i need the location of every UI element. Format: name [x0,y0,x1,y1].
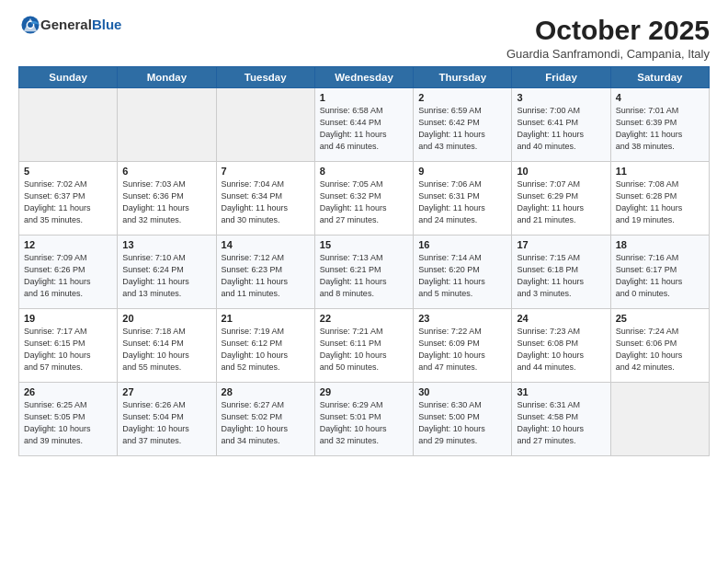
calendar-week-row: 5Sunrise: 7:02 AM Sunset: 6:37 PM Daylig… [19,162,710,236]
calendar-cell: 12Sunrise: 7:09 AM Sunset: 6:26 PM Dayli… [19,236,118,309]
calendar-cell: 10Sunrise: 7:07 AM Sunset: 6:29 PM Dayli… [512,162,610,236]
cell-info: Sunrise: 7:08 AM Sunset: 6:28 PM Dayligh… [616,178,704,226]
calendar-cell: 28Sunrise: 6:27 AM Sunset: 5:02 PM Dayli… [216,383,314,456]
calendar-cell: 8Sunrise: 7:05 AM Sunset: 6:32 PM Daylig… [314,162,413,236]
calendar-cell: 24Sunrise: 7:23 AM Sunset: 6:08 PM Dayli… [512,309,610,383]
cell-info: Sunrise: 7:17 AM Sunset: 6:15 PM Dayligh… [24,326,112,373]
cell-info: Sunrise: 6:27 AM Sunset: 5:02 PM Dayligh… [222,399,310,447]
weekday-header-thursday: Thursday [414,67,512,88]
location-subtitle: Guardia Sanframondi, Campania, Italy [506,47,710,61]
day-number: 25 [616,313,704,324]
day-number: 28 [222,386,310,397]
day-number: 19 [24,313,112,324]
day-number: 18 [616,239,704,250]
title-block: October 2025 Guardia Sanframondi, Campan… [506,15,710,61]
cell-info: Sunrise: 7:03 AM Sunset: 6:36 PM Dayligh… [122,178,210,226]
calendar-cell: 16Sunrise: 7:14 AM Sunset: 6:20 PM Dayli… [414,236,512,309]
calendar-cell: 31Sunrise: 6:31 AM Sunset: 4:58 PM Dayli… [512,383,610,456]
cell-info: Sunrise: 7:12 AM Sunset: 6:23 PM Dayligh… [222,252,310,300]
calendar-cell: 13Sunrise: 7:10 AM Sunset: 6:24 PM Dayli… [118,236,216,309]
day-number: 4 [616,92,704,103]
page: GeneralBlue October 2025 Guardia Sanfram… [0,0,728,563]
cell-info: Sunrise: 7:00 AM Sunset: 6:41 PM Dayligh… [517,105,605,153]
calendar-cell: 7Sunrise: 7:04 AM Sunset: 6:34 PM Daylig… [216,162,314,236]
calendar-cell: 3Sunrise: 7:00 AM Sunset: 6:41 PM Daylig… [512,88,610,162]
weekday-header-saturday: Saturday [610,67,709,88]
day-number: 13 [122,239,210,250]
day-number: 7 [222,166,310,177]
cell-info: Sunrise: 6:58 AM Sunset: 6:44 PM Dayligh… [320,105,408,153]
calendar-cell: 19Sunrise: 7:17 AM Sunset: 6:15 PM Dayli… [19,309,118,383]
weekday-header-wednesday: Wednesday [314,67,413,88]
calendar-week-row: 1Sunrise: 6:58 AM Sunset: 6:44 PM Daylig… [19,88,710,162]
calendar-cell: 11Sunrise: 7:08 AM Sunset: 6:28 PM Dayli… [610,162,709,236]
calendar-cell: 5Sunrise: 7:02 AM Sunset: 6:37 PM Daylig… [19,162,118,236]
day-number: 6 [122,166,210,177]
cell-info: Sunrise: 6:59 AM Sunset: 6:42 PM Dayligh… [418,105,506,153]
day-number: 3 [517,92,605,103]
cell-info: Sunrise: 7:15 AM Sunset: 6:18 PM Dayligh… [517,252,605,300]
calendar-week-row: 12Sunrise: 7:09 AM Sunset: 6:26 PM Dayli… [19,236,710,309]
calendar-cell: 21Sunrise: 7:19 AM Sunset: 6:12 PM Dayli… [216,309,314,383]
weekday-header-row: SundayMondayTuesdayWednesdayThursdayFrid… [19,67,710,88]
calendar-cell: 23Sunrise: 7:22 AM Sunset: 6:09 PM Dayli… [414,309,512,383]
calendar-table: SundayMondayTuesdayWednesdayThursdayFrid… [18,66,710,456]
day-number: 20 [122,313,210,324]
day-number: 14 [222,239,310,250]
calendar-cell: 17Sunrise: 7:15 AM Sunset: 6:18 PM Dayli… [512,236,610,309]
cell-info: Sunrise: 7:18 AM Sunset: 6:14 PM Dayligh… [122,326,210,373]
cell-info: Sunrise: 7:14 AM Sunset: 6:20 PM Dayligh… [418,252,506,300]
header: GeneralBlue October 2025 Guardia Sanfram… [18,15,710,61]
day-number: 27 [122,386,210,397]
day-number: 15 [320,239,408,250]
logo-icon [20,15,40,35]
calendar-cell: 18Sunrise: 7:16 AM Sunset: 6:17 PM Dayli… [610,236,709,309]
logo-blue-text: Blue [92,17,122,32]
day-number: 24 [517,313,605,324]
cell-info: Sunrise: 7:07 AM Sunset: 6:29 PM Dayligh… [517,178,605,226]
cell-info: Sunrise: 7:10 AM Sunset: 6:24 PM Dayligh… [122,252,210,300]
weekday-header-tuesday: Tuesday [216,67,314,88]
calendar-cell: 9Sunrise: 7:06 AM Sunset: 6:31 PM Daylig… [414,162,512,236]
day-number: 10 [517,166,605,177]
calendar-cell: 14Sunrise: 7:12 AM Sunset: 6:23 PM Dayli… [216,236,314,309]
day-number: 12 [24,239,112,250]
day-number: 30 [418,386,506,397]
calendar-cell: 15Sunrise: 7:13 AM Sunset: 6:21 PM Dayli… [314,236,413,309]
calendar-cell: 22Sunrise: 7:21 AM Sunset: 6:11 PM Dayli… [314,309,413,383]
cell-info: Sunrise: 7:05 AM Sunset: 6:32 PM Dayligh… [320,178,408,226]
calendar-cell: 1Sunrise: 6:58 AM Sunset: 6:44 PM Daylig… [314,88,413,162]
cell-info: Sunrise: 6:29 AM Sunset: 5:01 PM Dayligh… [320,399,408,447]
cell-info: Sunrise: 6:26 AM Sunset: 5:04 PM Dayligh… [122,399,210,447]
cell-info: Sunrise: 7:02 AM Sunset: 6:37 PM Dayligh… [24,178,112,226]
calendar-cell [610,383,709,456]
day-number: 29 [320,386,408,397]
calendar-cell [216,88,314,162]
day-number: 1 [320,92,408,103]
cell-info: Sunrise: 7:19 AM Sunset: 6:12 PM Dayligh… [222,326,310,373]
logo-general-text: General [40,17,92,32]
cell-info: Sunrise: 7:24 AM Sunset: 6:06 PM Dayligh… [616,326,704,373]
calendar-cell: 27Sunrise: 6:26 AM Sunset: 5:04 PM Dayli… [118,383,216,456]
calendar-week-row: 26Sunrise: 6:25 AM Sunset: 5:05 PM Dayli… [19,383,710,456]
weekday-header-friday: Friday [512,67,610,88]
cell-info: Sunrise: 7:23 AM Sunset: 6:08 PM Dayligh… [517,326,605,373]
day-number: 9 [418,166,506,177]
day-number: 23 [418,313,506,324]
weekday-header-sunday: Sunday [19,67,118,88]
cell-info: Sunrise: 6:31 AM Sunset: 4:58 PM Dayligh… [517,399,605,447]
cell-info: Sunrise: 7:13 AM Sunset: 6:21 PM Dayligh… [320,252,408,300]
day-number: 21 [222,313,310,324]
cell-info: Sunrise: 7:22 AM Sunset: 6:09 PM Dayligh… [418,326,506,373]
calendar-cell: 4Sunrise: 7:01 AM Sunset: 6:39 PM Daylig… [610,88,709,162]
day-number: 8 [320,166,408,177]
day-number: 17 [517,239,605,250]
calendar-cell: 25Sunrise: 7:24 AM Sunset: 6:06 PM Dayli… [610,309,709,383]
cell-info: Sunrise: 7:21 AM Sunset: 6:11 PM Dayligh… [320,326,408,373]
day-number: 5 [24,166,112,177]
day-number: 2 [418,92,506,103]
cell-info: Sunrise: 7:09 AM Sunset: 6:26 PM Dayligh… [24,252,112,300]
day-number: 16 [418,239,506,250]
calendar-cell: 29Sunrise: 6:29 AM Sunset: 5:01 PM Dayli… [314,383,413,456]
calendar-cell [118,88,216,162]
